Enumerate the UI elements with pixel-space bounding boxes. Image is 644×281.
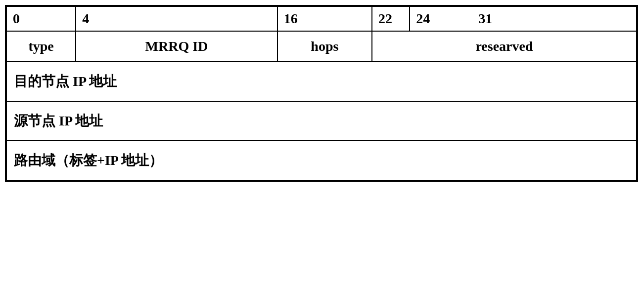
bit-31: 31 — [478, 11, 492, 26]
field-row: type MRRQ ID hops researved — [6, 31, 637, 62]
hops-field: hops — [277, 31, 372, 62]
routing-domain-label: 路由域（标签+IP 地址） — [6, 141, 637, 180]
bit-24-31: 24 31 — [410, 6, 637, 31]
reserved-field: researved — [372, 31, 637, 62]
bit-24: 24 — [416, 11, 430, 26]
dest-ip-row: 目的节点 IP 地址 — [6, 62, 637, 101]
bit-22: 22 — [372, 6, 410, 31]
type-field: type — [6, 31, 76, 62]
bit-16: 16 — [277, 6, 372, 31]
src-ip-row: 源节点 IP 地址 — [6, 101, 637, 141]
routing-domain-row: 路由域（标签+IP 地址） — [6, 141, 637, 180]
bit-0: 0 — [6, 6, 76, 31]
dest-ip-label: 目的节点 IP 地址 — [6, 62, 637, 101]
bit-header-row: 0 4 16 22 24 31 — [6, 6, 637, 31]
packet-format-table: 0 4 16 22 24 31 type MRRQ ID hops resear… — [5, 5, 638, 182]
mrrq-id-field: MRRQ ID — [76, 31, 277, 62]
src-ip-label: 源节点 IP 地址 — [6, 101, 637, 141]
bit-4: 4 — [76, 6, 277, 31]
